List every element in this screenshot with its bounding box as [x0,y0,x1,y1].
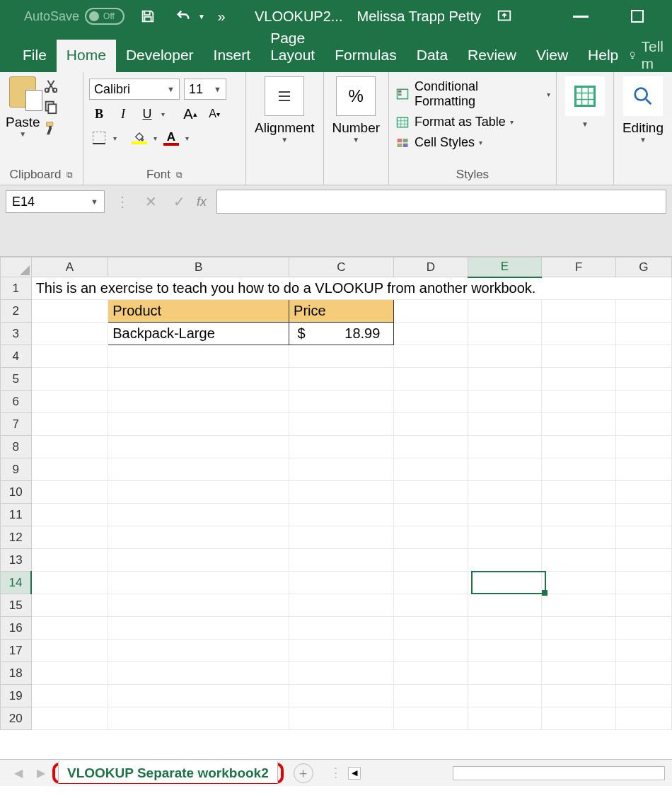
editing-caret[interactable]: ▼ [639,136,647,144]
tab-help[interactable]: Help [578,40,628,72]
hscroll-left-icon[interactable]: ◀ [348,767,361,780]
cell[interactable] [542,617,616,640]
cell[interactable] [289,594,394,617]
row-header-16[interactable]: 16 [1,617,32,640]
cell[interactable] [289,413,394,436]
cell[interactable] [31,481,108,504]
cell[interactable] [393,481,468,504]
cell[interactable] [542,572,616,594]
cell-C3[interactable]: $ 18.99 [289,323,394,345]
col-header-B[interactable]: B [108,258,289,277]
cell[interactable] [289,617,394,640]
cell[interactable] [393,458,468,481]
name-box[interactable]: E14▼ [6,190,105,213]
increase-font-icon[interactable]: A▴ [180,104,200,124]
decrease-font-icon[interactable]: A▾ [204,104,224,124]
cell[interactable] [468,368,542,391]
cell[interactable] [108,413,289,436]
cell[interactable] [393,368,468,391]
cell[interactable] [542,640,616,662]
row-header-11[interactable]: 11 [1,504,32,526]
cell[interactable] [468,594,542,617]
italic-button[interactable]: I [113,104,133,124]
cell[interactable] [468,413,542,436]
row-header-10[interactable]: 10 [1,481,32,504]
tab-formulas[interactable]: Formulas [325,40,407,72]
cell-B2[interactable]: Product [108,300,289,323]
fill-color-button[interactable] [129,128,149,148]
alignment-caret[interactable]: ▼ [281,136,288,144]
cell[interactable] [615,594,671,617]
cell[interactable] [615,549,671,572]
cell-F2[interactable] [542,300,616,323]
cell[interactable] [615,662,671,685]
cell[interactable] [31,368,108,391]
horizontal-scrollbar[interactable] [453,766,665,780]
cell[interactable] [468,458,542,481]
col-header-A[interactable]: A [31,258,108,277]
autosave-switch[interactable]: Off [85,8,124,25]
cell[interactable] [468,436,542,458]
cell[interactable] [615,526,671,549]
cell[interactable] [31,594,108,617]
cell[interactable] [108,617,289,640]
cell[interactable] [108,572,289,594]
number-caret[interactable]: ▼ [352,136,359,144]
undo-icon[interactable] [174,7,192,25]
cell[interactable] [289,481,394,504]
cut-icon[interactable] [43,78,59,93]
cell[interactable] [31,345,108,368]
row-header-14[interactable]: 14 [1,572,32,594]
cell[interactable] [289,549,394,572]
font-name-select[interactable]: Calibri▼ [89,79,180,100]
cell[interactable] [615,481,671,504]
row-header-17[interactable]: 17 [1,640,32,662]
bold-button[interactable]: B [89,104,109,124]
cell[interactable] [108,526,289,549]
cell-E2[interactable] [468,300,542,323]
cell[interactable] [31,640,108,662]
sheet-nav-prev-icon[interactable]: ◀ [14,766,23,780]
cell[interactable] [542,481,616,504]
sheet-nav-next-icon[interactable]: ▶ [37,766,45,780]
row-header-2[interactable]: 2 [1,300,32,323]
font-color-button[interactable]: A [161,128,181,148]
cell[interactable] [31,685,108,707]
col-header-G[interactable]: G [615,258,671,277]
cells-button[interactable] [565,76,605,116]
cell[interactable] [31,526,108,549]
row-header-4[interactable]: 4 [1,345,32,368]
cell[interactable] [31,413,108,436]
cell[interactable] [108,436,289,458]
cell[interactable] [289,504,394,526]
cell[interactable] [108,368,289,391]
cell[interactable] [542,368,616,391]
cell[interactable] [393,617,468,640]
cell[interactable] [615,685,671,707]
cell-D2[interactable] [393,300,468,323]
cell[interactable] [31,707,108,730]
cell[interactable] [289,436,394,458]
cell[interactable] [289,662,394,685]
cell[interactable] [615,345,671,368]
font-launcher-icon[interactable]: ⧉ [176,170,183,180]
cell-D3[interactable] [393,323,468,345]
tab-insert[interactable]: Insert [204,40,261,72]
row-header-5[interactable]: 5 [1,368,32,391]
cell[interactable] [468,481,542,504]
cell[interactable] [108,481,289,504]
cell[interactable] [289,640,394,662]
enter-formula-icon[interactable]: ✓ [168,191,190,212]
tab-view[interactable]: View [526,40,578,72]
row-header-6[interactable]: 6 [1,391,32,413]
cell[interactable] [31,436,108,458]
cell[interactable] [108,707,289,730]
cell[interactable] [468,391,542,413]
qat-more-icon[interactable]: » [212,7,231,25]
cell-F3[interactable] [542,323,616,345]
cancel-formula-icon[interactable]: ✕ [140,191,161,212]
cells-caret[interactable]: ▼ [581,120,589,128]
cell-styles-button[interactable]: Cell Styles ▾ [395,135,550,150]
cell[interactable] [108,685,289,707]
cell[interactable] [393,640,468,662]
